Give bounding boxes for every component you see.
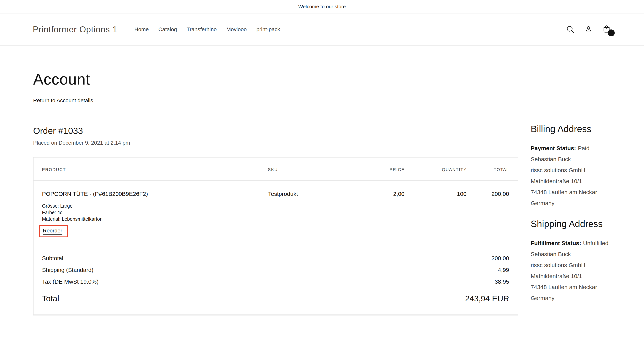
line-item-quantity: 100 <box>405 180 467 244</box>
order-section: Order #1033 Placed on December 9, 2021 a… <box>33 124 518 315</box>
announcement-text: Welcome to our store <box>298 4 346 10</box>
search-icon <box>566 25 575 34</box>
table-header-row: PRODUCT SKU PRICE QUANTITY TOTAL <box>34 158 518 180</box>
shipping-row: Shipping (Standard) 4,99 <box>34 262 518 274</box>
grand-total-value: 243,94 EUR <box>351 285 518 315</box>
order-line-item-row: POPCORN TÜTE - (P#61B200B9E26F2) Grösse:… <box>34 180 518 244</box>
fulfillment-status-label: Fulfillment Status: <box>531 240 581 246</box>
column-header-total: TOTAL <box>467 158 518 180</box>
column-header-quantity: QUANTITY <box>405 158 467 180</box>
nav-item-transferhino[interactable]: Transferhino <box>182 26 222 32</box>
shipping-company: rissc solutions GmbH <box>531 260 627 271</box>
reorder-annotation-box: Reorder <box>39 225 68 237</box>
billing-address-block: Billing Address Payment Status:Paid Seba… <box>531 124 627 209</box>
payment-status-label: Payment Status: <box>531 145 576 151</box>
billing-city: 74348 Lauffen am Neckar <box>531 187 627 198</box>
billing-name: Sebastian Buck <box>531 154 627 165</box>
announcement-bar: Welcome to our store <box>0 0 644 13</box>
nav-item-moviooo[interactable]: Moviooo <box>222 26 252 32</box>
payment-status: Payment Status:Paid <box>531 143 627 154</box>
nav-item-catalog[interactable]: Catalog <box>154 26 182 32</box>
column-header-product: PRODUCT <box>34 158 268 180</box>
main-nav: Home Catalog Transferhino Moviooo print-… <box>134 26 285 32</box>
product-title: POPCORN TÜTE - (P#61B200B9E26F2) <box>42 191 268 197</box>
site-header: Printformer Options 1 Home Catalog Trans… <box>0 13 644 46</box>
addresses-sidebar: Billing Address Payment Status:Paid Seba… <box>531 124 627 304</box>
column-header-sku: SKU <box>268 158 351 180</box>
cart-count-badge <box>608 29 615 36</box>
line-item-total: 200,00 <box>467 180 518 244</box>
line-item-price: 2,00 <box>351 180 405 244</box>
line-item-sku: Testprodukt <box>268 180 351 244</box>
page-title: Account <box>33 70 644 88</box>
return-to-account-link[interactable]: Return to Account details <box>33 97 93 104</box>
order-table: PRODUCT SKU PRICE QUANTITY TOTAL POPCORN… <box>33 157 518 315</box>
shipping-address-block: Shipping Address Fulfillment Status:Unfu… <box>531 219 627 304</box>
account-icon <box>584 25 593 34</box>
nav-item-home[interactable]: Home <box>134 26 154 32</box>
tax-row: Tax (DE MwSt 19.0%) 38,95 <box>34 274 518 285</box>
account-button[interactable] <box>580 21 597 38</box>
order-number-heading: Order #1033 <box>33 126 518 136</box>
tax-value: 38,95 <box>351 274 518 285</box>
billing-street: Mathildentraße 10/1 <box>531 176 627 187</box>
column-header-price: PRICE <box>351 158 405 180</box>
store-logo-link[interactable]: Printformer Options 1 <box>33 25 117 34</box>
fulfillment-status: Fulfillment Status:Unfulfilled <box>531 238 627 249</box>
shipping-name: Sebastian Buck <box>531 249 627 260</box>
cart-button[interactable] <box>598 21 615 38</box>
main-content: Account Return to Account details Order … <box>0 70 644 315</box>
tax-label: Tax (DE MwSt 19.0%) <box>34 274 351 285</box>
shipping-value: 4,99 <box>351 262 518 274</box>
subtotal-label: Subtotal <box>34 244 351 262</box>
reorder-link[interactable]: Reorder <box>43 228 62 234</box>
shipping-street: Mathildentraße 10/1 <box>531 271 627 282</box>
subtotal-value: 200,00 <box>351 244 518 262</box>
billing-address-heading: Billing Address <box>531 124 627 134</box>
subtotal-row: Subtotal 200,00 <box>34 244 518 262</box>
billing-company: rissc solutions GmbH <box>531 165 627 176</box>
header-icons <box>562 21 615 38</box>
shipping-city: 74348 Lauffen am Neckar <box>531 282 627 293</box>
grand-total-label: Total <box>34 285 351 315</box>
shipping-label: Shipping (Standard) <box>34 262 351 274</box>
product-option-color: Farbe: 4c <box>42 209 268 216</box>
product-option-material: Material: Lebensmittelkarton <box>42 216 268 222</box>
billing-country: Germany <box>531 198 627 209</box>
fulfillment-status-value: Unfulfilled <box>583 240 608 246</box>
grand-total-row: Total 243,94 EUR <box>34 285 518 315</box>
search-button[interactable] <box>562 21 579 38</box>
order-placed-date: Placed on December 9, 2021 at 2:14 pm <box>33 140 518 146</box>
shipping-address-heading: Shipping Address <box>531 219 627 229</box>
nav-item-print-pack[interactable]: print-pack <box>252 26 285 32</box>
product-options: Grösse: Large Farbe: 4c Material: Lebens… <box>42 203 268 222</box>
shipping-country: Germany <box>531 293 627 304</box>
product-option-size: Grösse: Large <box>42 203 268 209</box>
payment-status-value: Paid <box>578 145 590 151</box>
